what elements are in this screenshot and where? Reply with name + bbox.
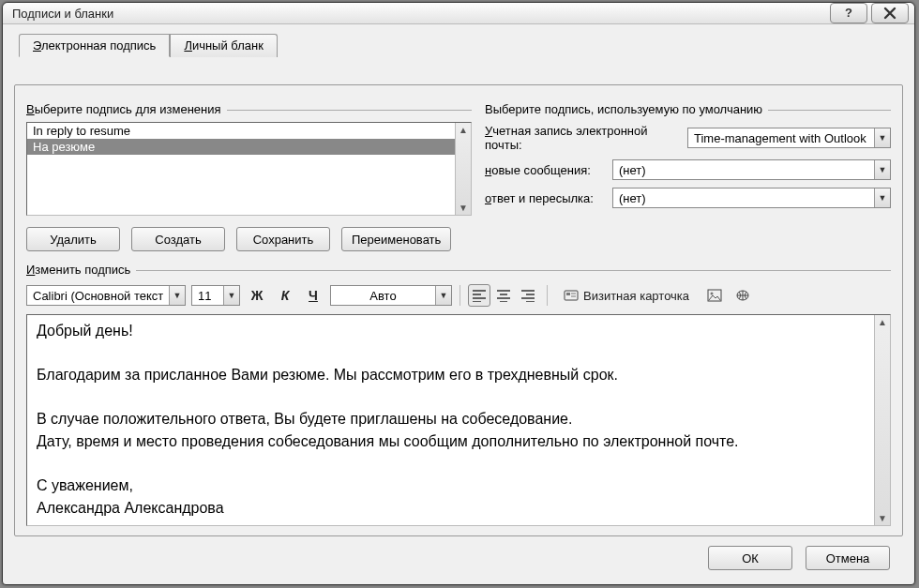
rename-button[interactable]: Переименовать <box>341 227 451 251</box>
save-button[interactable]: Сохранить <box>236 227 330 251</box>
signature-item[interactable]: In reply to resume <box>27 123 455 139</box>
svg-point-4 <box>711 293 714 295</box>
cancel-button[interactable]: Отмена <box>806 546 890 570</box>
window-title: Подписи и бланки <box>12 7 830 21</box>
business-card-button[interactable]: Визитная карточка <box>555 284 698 307</box>
separator <box>460 285 460 306</box>
account-combo[interactable]: Time-management with Outlook ▼ <box>687 128 891 148</box>
group-default-signature: Выберите подпись, используемую по умолча… <box>485 97 891 251</box>
tab-signature[interactable]: Электронная подпись <box>19 34 170 57</box>
editor-body[interactable]: Добрый день! Благодарим за присланное Ва… <box>27 315 874 525</box>
scrollbar[interactable]: ▲▼ <box>874 315 890 525</box>
signature-list[interactable]: In reply to resume На резюме ▲▼ <box>26 122 472 216</box>
chevron-down-icon: ▼ <box>169 286 185 305</box>
svg-text:?: ? <box>845 7 852 20</box>
chevron-down-icon: ▼ <box>874 128 890 147</box>
ok-button[interactable]: ОК <box>708 546 792 570</box>
italic-button[interactable]: К <box>274 284 296 307</box>
dialog-signatures: Подписи и бланки ? Электронная подпись Л… <box>2 2 915 585</box>
chevron-down-icon: ▼ <box>874 160 890 179</box>
dialog-content: Электронная подпись Личный бланк Выберит… <box>3 24 914 587</box>
font-combo[interactable]: Calibri (Основной текст ▼ <box>26 285 186 306</box>
card-icon <box>564 289 579 302</box>
chevron-down-icon: ▼ <box>435 286 451 305</box>
reply-forward-combo[interactable]: (нет) ▼ <box>612 188 891 208</box>
chevron-down-icon: ▼ <box>223 286 239 305</box>
close-button[interactable] <box>871 3 909 23</box>
svg-rect-2 <box>566 293 570 295</box>
signature-editor[interactable]: Добрый день! Благодарим за присланное Ва… <box>26 314 891 526</box>
bold-button[interactable]: Ж <box>246 284 268 307</box>
underline-button[interactable]: Ч <box>302 284 324 307</box>
edit-signature-section: Изменить подпись Calibri (Основной текст… <box>26 263 891 526</box>
titlebar: Подписи и бланки ? <box>3 3 914 24</box>
dialog-footer: ОК Отмена <box>14 536 903 581</box>
tab-panel: Выберите подпись для изменения In reply … <box>14 84 903 536</box>
align-center-button[interactable] <box>492 284 515 307</box>
top-groups: Выберите подпись для изменения In reply … <box>26 97 891 251</box>
signature-item[interactable]: На резюме <box>27 139 455 155</box>
tabstrip: Электронная подпись Личный бланк <box>14 34 903 60</box>
tab-stationery[interactable]: Личный бланк <box>170 34 278 57</box>
chevron-down-icon: ▼ <box>874 188 890 207</box>
insert-hyperlink-button[interactable] <box>731 284 754 307</box>
new-button[interactable]: Создать <box>131 227 225 251</box>
font-color-combo[interactable]: Авто ▼ <box>330 285 452 306</box>
font-size-combo[interactable]: 11 ▼ <box>191 285 240 306</box>
help-button[interactable]: ? <box>830 3 867 23</box>
delete-button[interactable]: Удалить <box>26 227 120 251</box>
separator <box>547 285 548 306</box>
new-messages-combo[interactable]: (нет) ▼ <box>612 159 891 180</box>
group-select-signature: Выберите подпись для изменения In reply … <box>26 97 472 251</box>
align-right-button[interactable] <box>517 284 539 307</box>
insert-picture-button[interactable] <box>703 284 726 307</box>
scrollbar[interactable]: ▲▼ <box>455 123 471 215</box>
format-toolbar: Calibri (Основной текст ▼ 11 ▼ Ж К Ч Авт… <box>26 284 891 307</box>
window-buttons: ? <box>830 3 909 23</box>
align-left-button[interactable] <box>468 284 490 307</box>
